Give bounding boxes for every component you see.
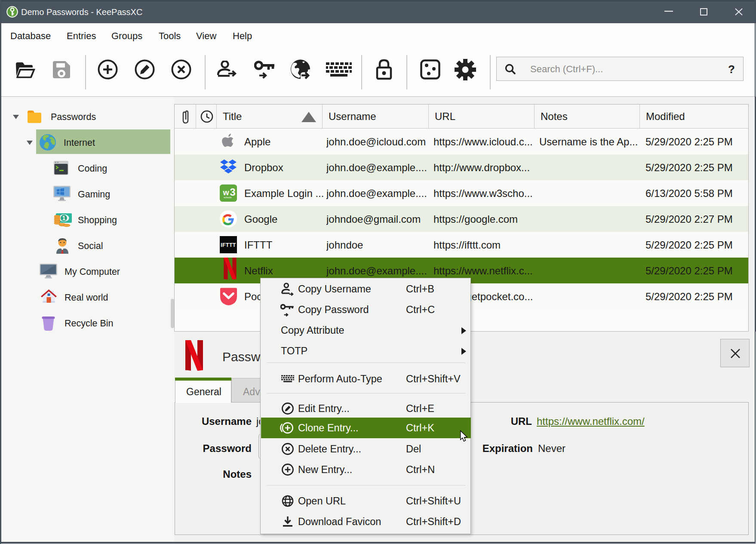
svg-text:1: 1: [62, 215, 66, 221]
svg-text:IFTTT: IFTTT: [221, 242, 236, 248]
svg-text:schools: schools: [224, 196, 232, 199]
svg-text:w: w: [222, 188, 229, 197]
